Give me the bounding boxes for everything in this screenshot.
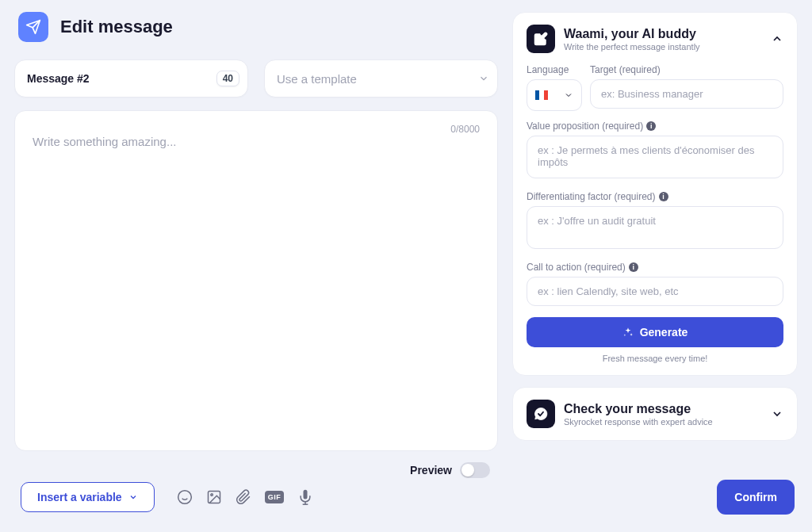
confirm-button[interactable]: Confirm xyxy=(717,480,795,515)
attachment-icon[interactable] xyxy=(236,489,251,505)
svg-point-4 xyxy=(210,494,213,496)
insert-variable-button[interactable]: Insert a variable xyxy=(21,482,155,512)
language-select[interactable] xyxy=(527,79,582,111)
chevron-up-icon xyxy=(771,33,783,45)
waami-title: Waami, your AI buddy xyxy=(564,26,700,41)
waami-panel: Waami, your AI buddy Write the perfect m… xyxy=(512,12,798,376)
page-header: Edit message xyxy=(14,12,498,42)
emoji-icon[interactable] xyxy=(177,489,193,505)
language-label: Language xyxy=(527,64,582,75)
waami-subtitle: Write the perfect message instantly xyxy=(564,42,700,52)
page-title: Edit message xyxy=(60,17,173,37)
gif-icon[interactable]: GIF xyxy=(265,491,285,503)
sparkle-icon xyxy=(622,327,634,338)
template-select[interactable]: Use a template xyxy=(264,59,498,98)
fresh-message-text: Fresh message every time! xyxy=(527,354,783,363)
chevron-down-icon xyxy=(564,90,573,100)
flag-icon xyxy=(535,90,548,100)
check-message-icon xyxy=(527,400,555,428)
preview-label: Preview xyxy=(410,464,452,477)
info-icon[interactable]: i xyxy=(629,262,638,272)
info-icon[interactable]: i xyxy=(646,121,656,131)
send-icon xyxy=(18,12,48,42)
target-label: Target (required) xyxy=(590,64,783,75)
generate-button[interactable]: Generate xyxy=(527,317,783,347)
image-icon[interactable] xyxy=(206,489,222,505)
chevron-down-icon xyxy=(478,73,489,84)
check-title: Check your message xyxy=(564,401,713,416)
chevron-down-icon xyxy=(771,408,783,420)
waami-panel-header[interactable]: Waami, your AI buddy Write the perfect m… xyxy=(527,25,783,53)
message-editor[interactable]: 0/8000 Write something amazing... xyxy=(14,110,498,451)
cta-label: Call to action (required) i xyxy=(527,262,783,273)
message-title: Message #2 xyxy=(27,72,216,85)
info-icon[interactable]: i xyxy=(659,192,668,201)
preview-toggle[interactable] xyxy=(460,462,490,478)
chevron-down-icon xyxy=(128,492,138,502)
message-badge: 40 xyxy=(216,71,239,86)
char-counter: 0/8000 xyxy=(450,124,480,135)
message-title-box[interactable]: Message #2 40 xyxy=(14,59,248,98)
diff-input[interactable] xyxy=(527,206,783,249)
check-panel-header[interactable]: Check your message Skyrocket response wi… xyxy=(527,400,783,428)
value-prop-input[interactable] xyxy=(527,136,783,178)
check-panel: Check your message Skyrocket response wi… xyxy=(512,387,798,441)
edit-icon xyxy=(527,25,555,53)
value-prop-label: Value proposition (required) i xyxy=(527,121,783,132)
template-placeholder: Use a template xyxy=(277,72,478,86)
microphone-icon[interactable] xyxy=(297,489,313,505)
diff-label: Differentiating factor (required) i xyxy=(527,191,783,202)
target-input[interactable] xyxy=(590,79,783,109)
cta-input[interactable] xyxy=(527,277,783,306)
svg-point-0 xyxy=(178,491,191,504)
check-subtitle: Skyrocket response with expert advice xyxy=(564,417,713,427)
editor-placeholder: Write something amazing... xyxy=(33,135,480,148)
